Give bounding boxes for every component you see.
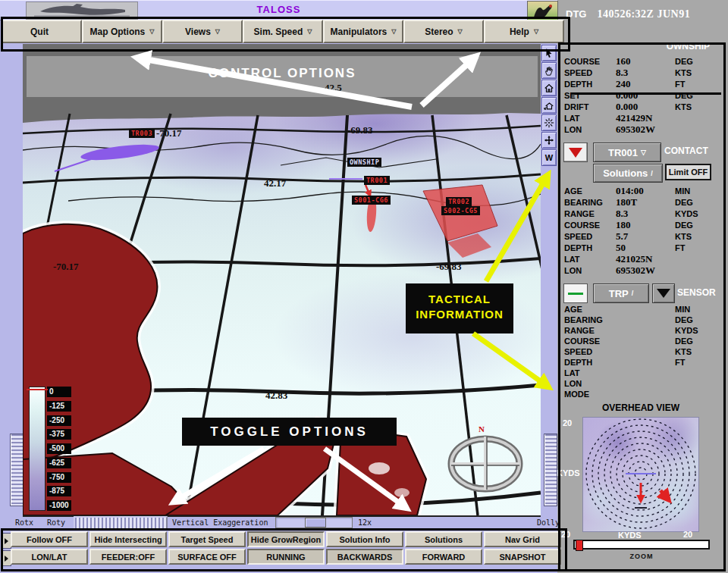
- menu-item[interactable]: Sim. Speed ▽: [243, 20, 323, 43]
- data-row-value: 240: [616, 78, 675, 90]
- overhead-axis-left: KYDS: [557, 468, 580, 478]
- data-row: LAT 421429N: [564, 112, 717, 124]
- dtg-value: 140526:32Z JUN91: [597, 8, 690, 20]
- data-row-label: LAT: [564, 368, 616, 377]
- zoom-slider-label: ZOOM: [573, 553, 710, 560]
- menu-item[interactable]: Views ▽: [162, 20, 243, 43]
- overhead-view-title: OVERHEAD VIEW: [584, 402, 698, 413]
- sensor-symbol-button[interactable]: [563, 283, 588, 303]
- track-label-ownship[interactable]: OWNSHIP: [347, 158, 381, 167]
- toolbar-button[interactable]: FEEDER:OFF: [89, 549, 167, 565]
- vertical-exaggeration-slider[interactable]: [275, 517, 353, 528]
- grid-label-lat-top: 42.5: [325, 82, 342, 94]
- reset-view-button[interactable]: [541, 114, 557, 131]
- data-row-label: DEPTH: [564, 243, 616, 252]
- depth-scale-labels: 0 -125 -250 -375 -500 -625 -750 -875 -10…: [47, 387, 71, 511]
- toggle-toolbar-row2: LON/LAT FEEDER:OFF SURFACE OFF RUNNING B…: [11, 549, 561, 565]
- data-row-unit: DEG: [675, 315, 693, 324]
- toolbar-button[interactable]: Solutions: [405, 531, 482, 547]
- compass-north-label: N: [479, 424, 485, 434]
- rotx-label: Rotx: [15, 518, 33, 527]
- toolbar-button[interactable]: RUNNING: [247, 549, 325, 565]
- zoom-slider[interactable]: [573, 540, 710, 550]
- toolbar-button[interactable]: Hide GrowRegion: [247, 531, 325, 547]
- sensor-selector-button[interactable]: TRP /: [593, 283, 649, 303]
- data-row: COURSE DEG: [564, 336, 717, 346]
- toolbar-button[interactable]: BACKWARDS: [326, 549, 403, 565]
- menu-item-label: Sim. Speed: [254, 27, 303, 37]
- sensor-selector-label: TRP: [609, 288, 629, 299]
- track-label-tr002[interactable]: TR002: [446, 197, 472, 206]
- contact-selector-button[interactable]: TR001 ▽: [593, 142, 661, 162]
- toolbar-button[interactable]: FORWARD: [405, 549, 482, 565]
- grab-tool-button[interactable]: [541, 62, 557, 79]
- toolbar-button[interactable]: Target Speed: [168, 531, 246, 547]
- pointer-tool-button[interactable]: [541, 45, 557, 61]
- dropdown-triangle-icon: [657, 289, 670, 298]
- control-options-callout: CONTROL OPTIONS: [27, 56, 538, 97]
- vertical-exaggeration-thumb[interactable]: [305, 518, 326, 528]
- option-menu-icon: ▽: [641, 149, 646, 156]
- dolly-thumbwheel[interactable]: [544, 434, 557, 506]
- menu-item[interactable]: Manipulators ▽: [323, 20, 403, 43]
- dropdown-triangle-icon: ▽: [534, 28, 538, 35]
- toolbar-button[interactable]: SNAPSHOT: [484, 549, 561, 565]
- toolbar-button[interactable]: Follow OFF: [11, 531, 88, 547]
- dropdown-triangle-icon: ▽: [391, 28, 396, 35]
- menu-item[interactable]: Stereo ▽: [403, 20, 484, 43]
- track-label-s002-cg5[interactable]: S002-CG5: [441, 206, 480, 215]
- data-row-unit: KTS: [675, 102, 692, 111]
- menu-item[interactable]: Help ▽: [484, 20, 564, 43]
- depth-scale-label: -1000: [47, 500, 71, 511]
- toolbar-button[interactable]: SURFACE OFF: [168, 549, 246, 565]
- sensor-dropdown-button[interactable]: [652, 283, 675, 303]
- track-label-s001-cg6[interactable]: S001-CG6: [352, 196, 391, 205]
- data-row-label: COURSE: [564, 221, 616, 230]
- depth-scale-label: -750: [47, 472, 71, 483]
- option-menu-icon: /: [632, 290, 634, 297]
- collapse-arrow-icon: [5, 538, 8, 544]
- data-row-label: LON: [564, 266, 616, 275]
- data-row-value: 695302W: [616, 124, 675, 136]
- grid-label-lon-mid-left: -70.17: [53, 261, 79, 273]
- grab-hand-icon: [544, 64, 554, 77]
- pan-tool-button[interactable]: [541, 132, 557, 149]
- toolbar-button[interactable]: Solution Info: [326, 531, 403, 547]
- depth-color-scale: 0 -125 -250 -375 -500 -625 -750 -875 -10…: [29, 387, 71, 511]
- solutions-button[interactable]: Solutions /: [593, 164, 663, 183]
- track-label-tr003[interactable]: TR003: [129, 129, 155, 138]
- data-row-label: SET: [564, 91, 616, 100]
- menu-bar: Quit Map Options ▽ Views ▽ Sim. Speed ▽ …: [2, 20, 564, 43]
- sensor-header: SENSOR: [677, 287, 716, 298]
- set-home-button[interactable]: [541, 97, 557, 114]
- data-row-label: COURSE: [564, 337, 616, 346]
- toolbar-button[interactable]: Hide Intersecting: [89, 531, 167, 547]
- map-3d-viewport[interactable]: CONTROL OPTIONS 42.5 -70.17 -69.83 42.17…: [23, 44, 541, 517]
- home-icon: [544, 82, 554, 94]
- collapse-arrow-icon: [5, 556, 8, 562]
- overhead-range-bottom-left: 20: [561, 530, 570, 539]
- track-label-tr001[interactable]: TR001: [364, 176, 390, 185]
- data-row-unit: DEG: [675, 57, 693, 66]
- data-row: COURSE 180 DEG: [564, 219, 717, 230]
- toolbar-button[interactable]: LON/LAT: [11, 549, 88, 565]
- menu-item-label: Map Options: [90, 27, 146, 37]
- overhead-range-bottom-right: 20: [683, 530, 692, 539]
- menu-item[interactable]: Quit: [2, 20, 82, 43]
- menu-item[interactable]: Map Options ▽: [82, 20, 162, 43]
- data-row: SET 0.000 DEG: [564, 89, 717, 101]
- ownship-header: OWNSHIP: [564, 41, 710, 52]
- grid-label-lon-top-left: -70.17: [156, 127, 182, 139]
- data-row-value: 421025N: [616, 253, 675, 265]
- contact-header: CONTACT: [664, 146, 708, 156]
- data-row-label: SPEED: [564, 232, 616, 241]
- toolbar-button[interactable]: Nav Grid: [484, 531, 561, 547]
- home-view-button[interactable]: [541, 80, 557, 96]
- zoom-slider-handle[interactable]: [576, 540, 583, 551]
- wireframe-tool-button[interactable]: W: [541, 149, 557, 166]
- data-row-unit: DEG: [675, 221, 693, 230]
- left-rotation-thumbwheel[interactable]: [10, 434, 24, 506]
- contact-symbol-button[interactable]: [563, 142, 588, 162]
- rotation-thumbwheel[interactable]: [74, 516, 168, 530]
- limit-off-button[interactable]: Limit OFF: [665, 164, 711, 180]
